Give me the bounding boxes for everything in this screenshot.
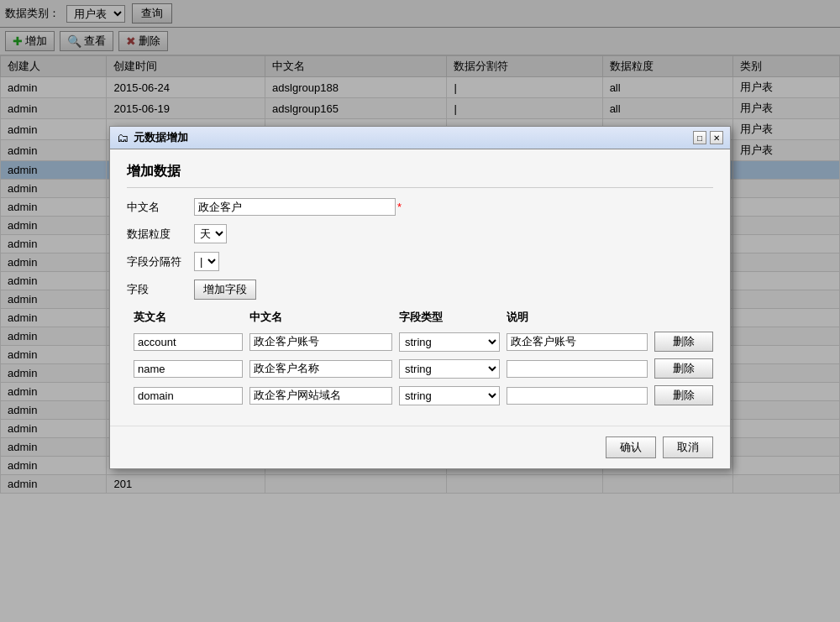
field3-description[interactable] bbox=[507, 387, 648, 405]
dialog-overlay: 🗂 元数据增加 □ ✕ 增加数据 中文名 * 数 bbox=[0, 0, 840, 622]
field1-description[interactable] bbox=[507, 333, 648, 351]
dialog: 🗂 元数据增加 □ ✕ 增加数据 中文名 * 数 bbox=[109, 126, 731, 469]
field1-en-name[interactable] bbox=[134, 333, 243, 351]
field2-cn-name[interactable] bbox=[249, 360, 392, 378]
dialog-icon: 🗂 bbox=[117, 131, 129, 144]
field3-cn-name[interactable] bbox=[249, 387, 392, 405]
cancel-button[interactable]: 取消 bbox=[663, 436, 713, 458]
fields-label: 字段 bbox=[127, 282, 194, 297]
separator-select[interactable]: | , bbox=[194, 252, 219, 271]
field-row-3: string int double date 删除 bbox=[127, 385, 713, 405]
field-row-1: string int double date 删除 bbox=[127, 332, 713, 352]
confirm-button[interactable]: 确认 bbox=[606, 436, 656, 458]
dialog-title-text: 元数据增加 bbox=[134, 130, 188, 145]
field-row-2: string int double date 删除 bbox=[127, 358, 713, 379]
field1-type-select[interactable]: string int double date bbox=[399, 332, 500, 352]
granularity-label: 数据粒度 bbox=[127, 227, 194, 242]
chinese-name-row: 中文名 * bbox=[127, 198, 713, 216]
chinese-name-label: 中文名 bbox=[127, 200, 194, 215]
col-cn-name: 中文名 bbox=[249, 310, 392, 325]
field2-en-name[interactable] bbox=[134, 360, 243, 378]
field3-en-name[interactable] bbox=[134, 387, 243, 405]
dialog-body: 增加数据 中文名 * 数据粒度 天 月 年 bbox=[110, 149, 730, 426]
col-field-type: 字段类型 bbox=[399, 310, 500, 325]
dialog-heading: 增加数据 bbox=[127, 163, 713, 188]
granularity-row: 数据粒度 天 月 年 bbox=[127, 224, 713, 243]
field3-type-select[interactable]: string int double date bbox=[399, 386, 500, 405]
field1-cn-name[interactable] bbox=[249, 333, 392, 351]
fields-col-header: 英文名 中文名 字段类型 说明 bbox=[127, 306, 713, 328]
fields-header: 字段 增加字段 bbox=[127, 280, 713, 300]
dialog-controls: □ ✕ bbox=[693, 131, 723, 144]
add-field-button[interactable]: 增加字段 bbox=[194, 280, 256, 300]
field2-delete-button[interactable]: 删除 bbox=[654, 358, 713, 379]
separator-label: 字段分隔符 bbox=[127, 254, 194, 269]
minimize-button[interactable]: □ bbox=[693, 131, 706, 144]
separator-row: 字段分隔符 | , bbox=[127, 252, 713, 271]
chinese-name-input[interactable] bbox=[194, 198, 396, 216]
required-star: * bbox=[397, 201, 402, 213]
col-action bbox=[654, 310, 713, 325]
col-description: 说明 bbox=[507, 310, 648, 325]
dialog-title-left: 🗂 元数据增加 bbox=[117, 130, 188, 145]
close-button[interactable]: ✕ bbox=[710, 131, 723, 144]
field3-delete-button[interactable]: 删除 bbox=[654, 385, 713, 405]
page-wrapper: 数据类别： 用户表 查询 ✚ 增加 🔍 查看 ✖ 删除 创建人 创建时间 中文名… bbox=[0, 0, 840, 622]
field1-delete-button[interactable]: 删除 bbox=[654, 332, 713, 352]
col-en-name: 英文名 bbox=[134, 310, 243, 325]
dialog-titlebar: 🗂 元数据增加 □ ✕ bbox=[110, 127, 730, 149]
field2-type-select[interactable]: string int double date bbox=[399, 359, 500, 379]
granularity-select[interactable]: 天 月 年 bbox=[194, 224, 227, 243]
field2-description[interactable] bbox=[507, 360, 648, 378]
dialog-footer: 确认 取消 bbox=[110, 426, 730, 468]
